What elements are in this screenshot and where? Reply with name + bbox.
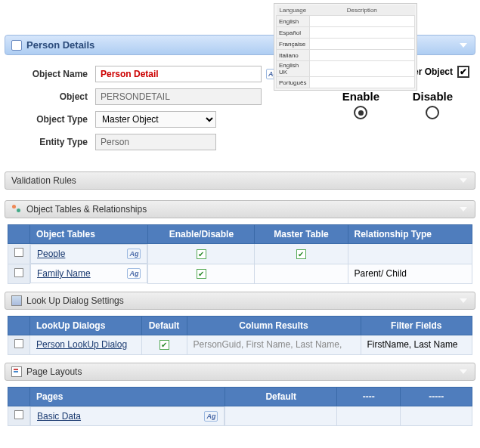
default-checkbox[interactable] xyxy=(159,340,169,350)
col-results-cell: PersonGuid, First Name, Last Name, xyxy=(187,335,361,354)
col-filter: Filter Fields xyxy=(361,316,472,335)
page-link[interactable]: Basic Data xyxy=(37,411,81,422)
panel-title: Person Details xyxy=(26,39,94,51)
table-link[interactable]: Family Name xyxy=(37,268,91,279)
lookup-icon xyxy=(11,295,22,306)
object-input xyxy=(95,88,262,105)
lang-row: Español xyxy=(277,27,310,39)
lang-row: English UK xyxy=(277,61,310,77)
col-default: Default xyxy=(141,316,187,335)
row-checkbox[interactable] xyxy=(14,339,23,348)
enable-radio[interactable] xyxy=(354,106,367,119)
tables-icon xyxy=(11,204,22,215)
col-object-tables: Object Tables xyxy=(30,225,148,244)
filter-cell: FirstName, Last Name xyxy=(361,335,472,354)
section-page-layouts[interactable]: Page Layouts xyxy=(5,363,475,381)
chevron-down-icon[interactable] xyxy=(460,43,467,48)
section-title: Look Up Dialog Settings xyxy=(26,295,124,306)
section-object-tables[interactable]: Object Tables & Relationships xyxy=(5,200,475,218)
lang-input[interactable] xyxy=(310,18,414,26)
enable-checkbox[interactable] xyxy=(197,249,206,259)
label-object-name: Object Name xyxy=(11,69,95,79)
col-rel: Relationship Type xyxy=(348,225,472,244)
table-row[interactable]: Family NameAg Parent/ Child xyxy=(8,264,472,283)
entity-type-input xyxy=(95,134,216,150)
col-blank: ----- xyxy=(401,387,472,406)
lookup-grid: LookUp Dialogs Default Column Results Fi… xyxy=(8,316,472,355)
section-title: Page Layouts xyxy=(26,366,82,377)
table-row[interactable]: PeopleAg xyxy=(8,244,472,264)
table-row[interactable]: Basic DataAg xyxy=(8,406,472,426)
translate-icon[interactable]: Ag xyxy=(127,249,141,259)
col-blank: ---- xyxy=(336,387,400,406)
label-object-type: Object Type xyxy=(11,114,95,125)
label-enable: Enable xyxy=(342,90,379,103)
language-popup[interactable]: Language Description English Español Fra… xyxy=(274,3,417,91)
translate-icon[interactable]: Ag xyxy=(204,411,218,422)
lang-row: English xyxy=(277,16,310,27)
label-disable: Disable xyxy=(413,90,453,103)
section-lookup-dialogs[interactable]: Look Up Dialog Settings xyxy=(5,292,475,310)
lang-input[interactable] xyxy=(310,29,414,38)
lang-input[interactable] xyxy=(310,41,414,49)
label-entity-type: Entity Type xyxy=(11,137,95,147)
master-object-checkbox[interactable] xyxy=(457,66,469,78)
object-tables-grid: Object Tables Enable/Disable Master Tabl… xyxy=(8,224,472,284)
master-checkbox[interactable] xyxy=(296,249,306,259)
page-icon xyxy=(11,366,22,377)
lang-row: Française xyxy=(277,39,310,50)
table-link[interactable]: People xyxy=(37,249,65,259)
table-row[interactable]: Person LookUp Dialog PersonGuid, First N… xyxy=(8,335,472,354)
row-checkbox[interactable] xyxy=(14,268,23,277)
chevron-down-icon[interactable] xyxy=(460,178,467,183)
col-default: Default xyxy=(225,387,337,406)
enable-checkbox[interactable] xyxy=(197,269,206,279)
object-name-input[interactable] xyxy=(95,66,262,82)
disable-radio[interactable] xyxy=(426,106,439,119)
section-title: Object Tables & Relationships xyxy=(26,204,147,215)
col-enable: Enable/Disable xyxy=(148,225,255,244)
chevron-down-icon[interactable] xyxy=(460,369,467,374)
pages-grid: Pages Default ---- ----- Basic DataAg xyxy=(8,387,472,427)
panel-icon xyxy=(11,40,22,51)
col-lookup: LookUp Dialogs xyxy=(30,316,142,335)
lookup-link[interactable]: Person LookUp Dialog xyxy=(36,339,127,350)
label-object: Object xyxy=(11,91,95,102)
rel-cell: Parent/ Child xyxy=(348,264,472,283)
row-checkbox[interactable] xyxy=(14,248,23,257)
rel-cell xyxy=(348,244,472,264)
chevron-down-icon[interactable] xyxy=(460,207,467,212)
lang-col-description: Description xyxy=(309,5,414,16)
chevron-down-icon[interactable] xyxy=(460,298,467,303)
col-pages: Pages xyxy=(30,387,225,406)
lang-row: Português xyxy=(277,77,310,88)
lang-row: Italiano xyxy=(277,50,310,61)
section-validation-rules[interactable]: Validation Rules xyxy=(5,171,475,190)
row-checkbox[interactable] xyxy=(14,410,23,419)
lang-input[interactable] xyxy=(310,79,414,88)
col-master: Master Table xyxy=(255,225,348,244)
translate-icon[interactable]: Ag xyxy=(127,268,141,279)
lang-input[interactable] xyxy=(310,52,414,60)
col-cols: Column Results xyxy=(187,316,361,335)
lang-col-language: Language xyxy=(277,5,310,16)
section-title: Validation Rules xyxy=(11,175,76,186)
object-type-select[interactable]: Master Object xyxy=(95,111,216,128)
lang-input[interactable] xyxy=(310,66,414,74)
